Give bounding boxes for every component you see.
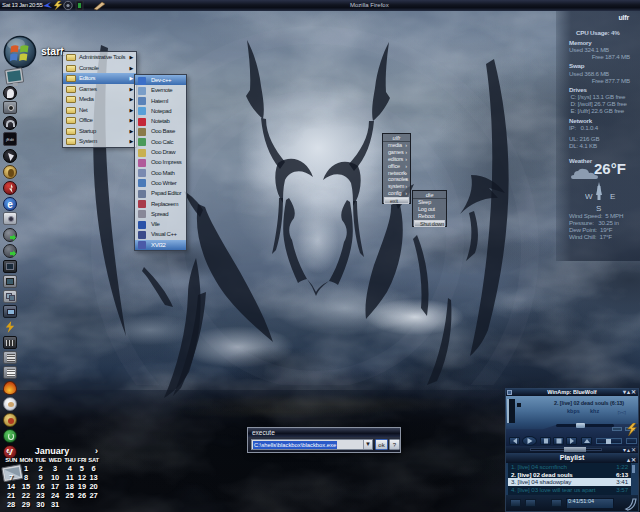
svg-text:S: S — [596, 204, 601, 213]
svg-text:E: E — [610, 192, 615, 201]
svg-text:W: W — [585, 192, 593, 201]
